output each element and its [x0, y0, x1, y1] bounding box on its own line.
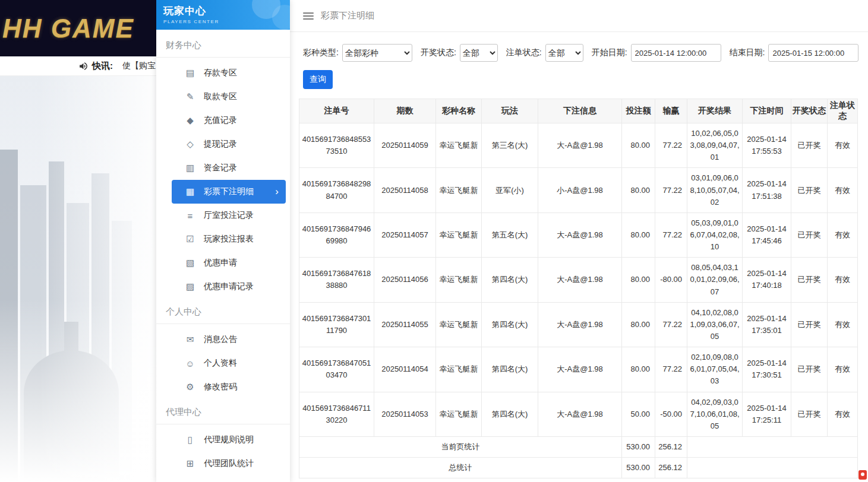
cell-bet-no: 401569173684705103470: [299, 347, 374, 392]
cell-bet-time: 2025-01-14 17:30:51: [743, 347, 791, 392]
cell-period: 20250114056: [374, 258, 436, 302]
sidebar-item-recharge-record[interactable]: ◆充值记录: [172, 109, 286, 132]
summary-row: 当前页统计530.00256.12: [299, 436, 858, 457]
sidebar-item-label: 优惠申请记录: [204, 281, 254, 292]
site-logo[interactable]: HH GAME: [0, 14, 134, 43]
col-draw-status: 开奖状态: [791, 99, 828, 123]
sidebar-item-label: 玩家投注报表: [204, 234, 254, 245]
sidebar-item-hall-bet-records[interactable]: ≡厅室投注记录: [172, 204, 286, 227]
bet-status-label: 注单状态:: [506, 47, 542, 58]
sidebar-item-label: 提现记录: [204, 139, 237, 150]
sidebar-item-label: 代理团队统计: [204, 458, 254, 469]
cell-bet-no: 401569173684829884700: [299, 168, 374, 213]
sidebar-item-change-password-gear[interactable]: ⚙修改密码: [172, 375, 286, 399]
col-bet-amount: 投注额: [622, 99, 655, 123]
cell-bet-no: 401569173684794669980: [299, 213, 374, 257]
menu-toggle-icon[interactable]: [303, 12, 314, 20]
cell-period: 20250114059: [374, 123, 436, 168]
ticker-text: 使【购宝: [122, 61, 156, 71]
cell-period: 20250114054: [374, 347, 436, 392]
cell-play: 第四名(大): [482, 392, 538, 436]
sidebar-item-withdraw[interactable]: ✎取款专区: [172, 85, 286, 109]
cell-period: 20250114058: [374, 168, 436, 213]
cell-win-loss: 77.22: [655, 213, 687, 257]
cell-draw-status: 已开奖: [791, 302, 828, 347]
sidebar-item-label: 充值记录: [204, 115, 237, 126]
col-bet-time: 下注时间: [743, 99, 791, 123]
cell-draw-status: 已开奖: [791, 392, 828, 436]
cell-lottery-name: 幸运飞艇新: [436, 213, 482, 257]
cell-bet-status: 有效: [828, 213, 858, 257]
player-bet-report-icon: ☑: [185, 234, 195, 245]
sidebar-item-lottery-bet-details[interactable]: ▦彩票下注明细›: [172, 180, 286, 204]
cell-bet-info: 大-A盘@1.98: [538, 213, 622, 257]
cell-bet-status: 有效: [828, 347, 858, 392]
cell-play: 第四名(大): [482, 302, 538, 347]
start-date-label: 开始日期:: [592, 47, 627, 58]
sidebar-item-agent-rules-doc[interactable]: ▯代理规则说明: [172, 428, 286, 452]
lottery-bet-details-icon: ▦: [185, 186, 195, 197]
sidebar-item-profile-person[interactable]: ☺个人资料: [172, 351, 286, 375]
background-site: HH GAME 快讯: 使【购宝: [0, 0, 156, 482]
floating-service-icon[interactable]: [858, 470, 867, 480]
summary-label: 当前页统计: [299, 436, 622, 457]
screen: HH GAME 快讯: 使【购宝: [0, 0, 868, 482]
draw-status-select[interactable]: 全部: [460, 44, 498, 62]
sidebar-item-promo-apply[interactable]: ▧优惠申请: [172, 251, 286, 275]
query-button[interactable]: 查询: [303, 70, 333, 89]
cell-win-loss: 77.22: [655, 123, 687, 168]
section-title: 代理中心: [156, 399, 290, 424]
sidebar-item-announcements-bell[interactable]: ✉消息公告: [172, 328, 286, 351]
recharge-record-icon: ◆: [185, 115, 195, 126]
cell-lottery-name: 幸运飞艇新: [436, 258, 482, 302]
start-date-input[interactable]: [631, 44, 721, 62]
sidebar-item-label: 彩票下注明细: [204, 186, 254, 197]
sidebar-item-label: 代理规则说明: [204, 435, 254, 445]
cell-bet-status: 有效: [828, 302, 858, 347]
cell-draw-result: 08,05,04,03,10,01,02,09,06,07: [687, 258, 743, 302]
table-row: 40156917368470510347020250114054幸运飞艇新第四名…: [299, 347, 858, 392]
cell-win-loss: 77.22: [655, 168, 687, 213]
cell-period: 20250114057: [374, 213, 436, 257]
table-row: 40156917368467113022020250114053幸运飞艇新第四名…: [299, 392, 858, 436]
table-row: 40156917368476183888020250114056幸运飞艇新第四名…: [299, 258, 858, 302]
page-title: 彩票下注明细: [321, 10, 374, 21]
sidebar-subtitle: PLAYERS CENTER: [163, 19, 290, 24]
sidebar-item-label: 取款专区: [204, 91, 237, 102]
sidebar-item-player-bet-report[interactable]: ☑玩家投注报表: [172, 227, 286, 251]
lottery-type-select[interactable]: 全部彩种: [342, 44, 412, 62]
sidebar-title: 玩家中心: [163, 4, 290, 18]
sidebar-item-label: 修改密码: [204, 382, 237, 392]
summary-label: 总统计: [299, 458, 622, 478]
cell-bet-info: 大-A盘@1.98: [538, 347, 622, 392]
announcements-bell-icon: ✉: [185, 334, 195, 345]
sidebar-nav: 财务中心▤存款专区✎取款专区◆充值记录◇提现记录▥资金记录▦彩票下注明细›≡厅室…: [156, 30, 290, 482]
sidebar-item-funds-record[interactable]: ▥资金记录: [172, 156, 286, 180]
summary-win-loss: 256.12: [655, 436, 687, 457]
ticker-label: 快讯:: [92, 61, 113, 72]
sidebar-item-withdrawal-record[interactable]: ◇提现记录: [172, 132, 286, 156]
col-bet-status: 注单状态: [828, 99, 858, 123]
col-bet-no: 注单号: [299, 99, 374, 123]
cell-lottery-name: 幸运飞艇新: [436, 123, 482, 168]
main-panel: 彩票下注明细 彩种类型: 全部彩种 开奖状态: 全部 注单状态: 全部 开始日期…: [290, 0, 868, 482]
cell-bet-amount: 50.00: [622, 392, 655, 436]
col-lottery-name: 彩种名称: [436, 99, 482, 123]
cell-bet-no: 401569173684761838880: [299, 258, 374, 302]
sidebar-item-deposit[interactable]: ▤存款专区: [172, 61, 286, 85]
sidebar-header: 玩家中心 PLAYERS CENTER: [156, 0, 290, 30]
site-header: HH GAME: [0, 0, 156, 56]
col-play: 玩法: [482, 99, 538, 123]
cell-win-loss: -80.00: [655, 258, 687, 302]
sidebar-item-promo-records[interactable]: ▨优惠申请记录: [172, 275, 286, 299]
cell-play: 第四名(大): [482, 258, 538, 302]
end-date-input[interactable]: [768, 44, 858, 62]
col-period: 期数: [374, 99, 436, 123]
bet-status-select[interactable]: 全部: [545, 44, 583, 62]
cell-bet-time: 2025-01-14 17:35:01: [743, 302, 791, 347]
cell-draw-result: 03,01,09,06,08,10,05,07,04,02: [687, 168, 743, 213]
cell-lottery-name: 幸运飞艇新: [436, 168, 482, 213]
sidebar-item-label: 存款专区: [204, 68, 237, 78]
cell-bet-info: 大-A盘@1.98: [538, 258, 622, 302]
sidebar-item-agent-team-stats[interactable]: ⊞代理团队统计: [172, 452, 286, 475]
